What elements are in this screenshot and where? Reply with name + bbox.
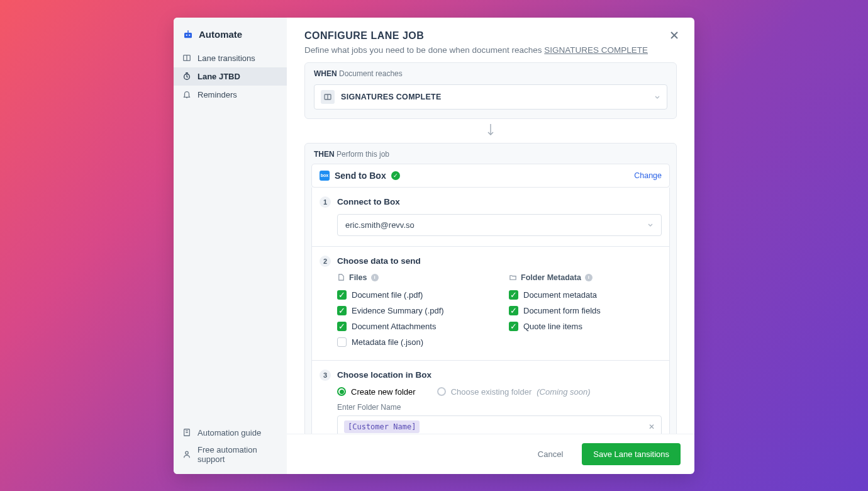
close-button[interactable] <box>667 28 682 43</box>
then-label: THEN Perform this job <box>305 144 676 159</box>
nav-label: Lane JTBD <box>198 72 240 81</box>
change-job-link[interactable]: Change <box>634 171 662 180</box>
bell-icon <box>182 90 191 99</box>
lane-link[interactable]: SIGNATURES COMPLETE <box>544 45 648 55</box>
person-icon <box>182 450 191 459</box>
svg-point-10 <box>186 451 188 454</box>
account-value: eric.smith@revv.so <box>345 220 415 230</box>
columns-icon <box>182 54 191 62</box>
radio-existing-folder: Choose existing folder (Coming soon) <box>437 387 591 397</box>
info-icon[interactable]: i <box>371 274 379 281</box>
save-button[interactable]: Save Lane tansitions <box>582 443 681 465</box>
svg-rect-0 <box>184 33 192 38</box>
sidebar-footer: Automation guide Free automation support <box>174 424 287 474</box>
chevron-down-icon <box>654 91 660 103</box>
radio-icon <box>337 387 346 396</box>
account-select[interactable]: eric.smith@revv.so <box>337 214 662 236</box>
footer-actions: Cancel Save Lane tansitions <box>287 434 694 474</box>
file-icon <box>337 273 345 281</box>
folder-name-label: Enter Folder Name <box>337 403 662 412</box>
cancel-button[interactable]: Cancel <box>528 444 573 464</box>
clock-icon <box>182 72 191 81</box>
step-location: 3 Choose location in Box Create new fold… <box>311 361 670 434</box>
info-icon[interactable]: i <box>585 274 593 281</box>
clear-input-button[interactable]: ✕ <box>648 422 655 431</box>
checkbox-icon: ✓ <box>509 322 518 331</box>
nav-reminders[interactable]: Reminders <box>174 86 287 104</box>
checkbox-icon: ✓ <box>509 306 518 315</box>
step-number-3: 3 <box>320 370 331 381</box>
page-title: Configure Lane Job <box>304 30 677 42</box>
flow-arrow <box>304 121 677 143</box>
checkbox-metadata-json[interactable]: Metadata file (.json) <box>337 334 490 350</box>
checkbox-attachments[interactable]: ✓Document Attachments <box>337 319 490 334</box>
page-subtitle: Define what jobs you need to be done whe… <box>304 45 677 55</box>
main-panel: Configure Lane Job Define what jobs you … <box>287 18 694 474</box>
step-choose-data: 2 Choose data to send Files i ✓Document … <box>311 247 670 361</box>
checkbox-quote-items[interactable]: ✓Quote line items <box>509 319 662 334</box>
step-title: Connect to Box <box>337 197 400 206</box>
nav-lane-jtbd[interactable]: Lane JTBD <box>174 67 287 86</box>
nav-label: Free automation support <box>198 445 278 464</box>
checkbox-evidence[interactable]: ✓Evidence Summary (.pdf) <box>337 303 490 319</box>
step-number-2: 2 <box>320 256 331 267</box>
checkbox-doc-metadata[interactable]: ✓Document metadata <box>509 287 662 303</box>
checkbox-icon: ✓ <box>337 290 347 300</box>
lane-select[interactable]: SIGNATURES COMPLETE <box>314 84 667 110</box>
content-scroll: WHEN Document reaches SIGNATURES COMPLET… <box>287 62 694 434</box>
app-window: Automate Lane transitions Lane JTBD Remi… <box>174 18 694 474</box>
radio-icon <box>437 387 446 396</box>
arrow-down-icon <box>486 123 495 137</box>
sidebar-title: Automate <box>199 29 242 40</box>
when-block: WHEN Document reaches SIGNATURES COMPLET… <box>304 62 677 119</box>
svg-rect-3 <box>187 30 189 33</box>
chevron-down-icon <box>647 220 654 230</box>
step-connect: 1 Connect to Box eric.smith@revv.so <box>311 188 670 247</box>
nav-label: Reminders <box>198 90 237 99</box>
checkbox-icon: ✓ <box>509 290 518 300</box>
job-row: box Send to Box ✓ Change <box>311 164 670 188</box>
checkbox-icon <box>337 337 347 347</box>
checkbox-icon: ✓ <box>337 306 347 315</box>
metadata-column: Folder Metadata i ✓Document metadata ✓Do… <box>509 273 662 350</box>
nav-free-support[interactable]: Free automation support <box>174 441 287 468</box>
lane-selected-name: SIGNATURES COMPLETE <box>341 93 442 101</box>
folder-name-input[interactable]: [Customer Name] ✕ <box>337 415 662 434</box>
job-name: Send to Box <box>335 171 386 181</box>
radio-create-folder[interactable]: Create new folder <box>337 387 416 397</box>
svg-point-2 <box>189 34 190 35</box>
step-title: Choose data to send <box>337 256 421 266</box>
box-logo-icon: box <box>320 171 330 181</box>
robot-icon <box>182 29 194 40</box>
checkbox-icon: ✓ <box>337 322 347 331</box>
main-header: Configure Lane Job Define what jobs you … <box>287 18 694 62</box>
svg-point-1 <box>186 34 187 35</box>
checkbox-form-fields[interactable]: ✓Document form fields <box>509 303 662 319</box>
book-icon <box>182 428 191 437</box>
nav-label: Lane transitions <box>198 54 255 63</box>
nav-automation-guide[interactable]: Automation guide <box>174 424 287 441</box>
then-block: THEN Perform this job box Send to Box ✓ … <box>304 143 677 434</box>
close-icon <box>670 31 679 40</box>
checkbox-doc-pdf[interactable]: ✓Document file (.pdf) <box>337 287 490 303</box>
step-title: Choose location in Box <box>337 370 431 380</box>
sidebar: Automate Lane transitions Lane JTBD Remi… <box>174 18 287 474</box>
nav-lane-transitions[interactable]: Lane transitions <box>174 49 287 67</box>
lane-chip-icon <box>321 90 335 104</box>
folder-token: [Customer Name] <box>344 420 420 433</box>
nav-label: Automation guide <box>198 428 261 437</box>
files-column: Files i ✓Document file (.pdf) ✓Evidence … <box>337 273 490 350</box>
when-label: WHEN Document reaches <box>305 63 676 78</box>
step-number-1: 1 <box>320 196 331 208</box>
folder-icon <box>509 273 517 281</box>
sidebar-header: Automate <box>174 25 287 49</box>
status-ok-icon: ✓ <box>391 171 400 180</box>
